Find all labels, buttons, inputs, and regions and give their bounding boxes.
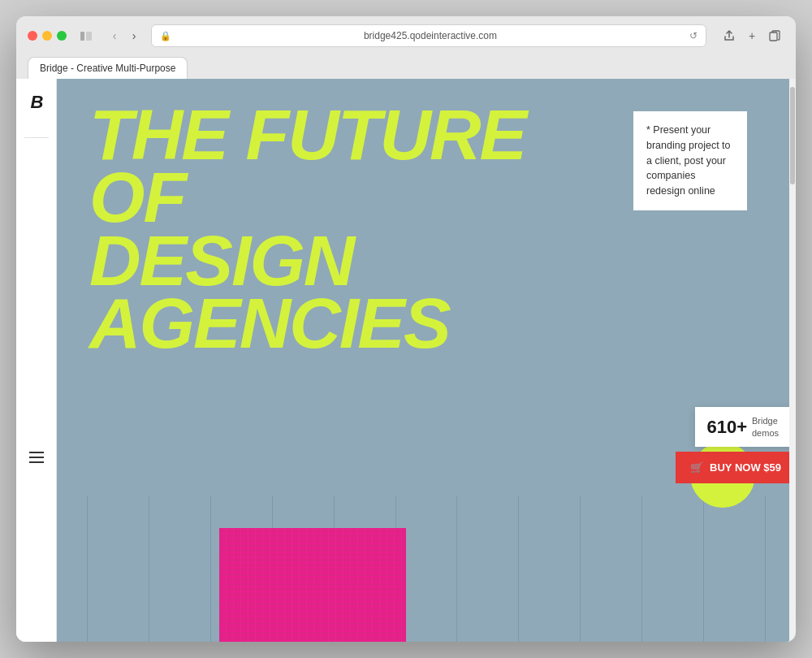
svg-rect-1 bbox=[86, 32, 92, 41]
svg-rect-2 bbox=[770, 32, 777, 41]
browser-nav: ‹ › bbox=[106, 27, 143, 45]
close-button[interactable] bbox=[28, 31, 37, 41]
copy-button[interactable] bbox=[765, 26, 784, 45]
browser-scrollbar[interactable] bbox=[789, 79, 796, 642]
hero-section: THE FUTURE OF DESIGN AGENCIES * Present … bbox=[57, 79, 796, 642]
website-sidebar: B bbox=[16, 79, 57, 642]
active-tab[interactable]: Bridge - Creative Multi-Purpose bbox=[28, 57, 188, 79]
minimize-button[interactable] bbox=[42, 31, 52, 41]
back-button[interactable]: ‹ bbox=[106, 27, 123, 45]
add-tab-button[interactable]: + bbox=[742, 26, 762, 45]
knit-texture bbox=[219, 528, 406, 642]
address-bar[interactable]: 🔒 bridge425.qodeinteractive.com ↺ bbox=[151, 24, 706, 47]
browser-chrome: ‹ › 🔒 bridge425.qodeinteractive.com ↺ + bbox=[16, 16, 796, 79]
brand-logo[interactable]: B bbox=[31, 92, 42, 113]
info-card-text: * Present your branding project to a cli… bbox=[646, 124, 731, 197]
svg-rect-0 bbox=[80, 32, 84, 41]
hamburger-line-1 bbox=[29, 452, 44, 453]
sidebar-divider bbox=[24, 137, 49, 138]
url-text: bridge425.qodeinteractive.com bbox=[176, 30, 685, 41]
info-card: * Present your branding project to a cli… bbox=[633, 111, 747, 210]
traffic-lights bbox=[28, 31, 67, 41]
buy-now-button[interactable]: 🛒 BUY NOW $59 bbox=[676, 452, 796, 483]
reload-button[interactable]: ↺ bbox=[689, 30, 698, 41]
buy-now-label: BUY NOW $59 bbox=[710, 461, 781, 474]
sidebar-toggle-button[interactable] bbox=[75, 28, 97, 44]
headline-line-2: DESIGN AGENCIES bbox=[89, 220, 450, 363]
browser-content: B bbox=[16, 79, 796, 642]
product-image bbox=[219, 528, 406, 642]
hero-headline: THE FUTURE OF DESIGN AGENCIES bbox=[89, 103, 609, 355]
maximize-button[interactable] bbox=[57, 31, 67, 41]
share-button[interactable] bbox=[719, 26, 739, 45]
hamburger-line-2 bbox=[29, 457, 44, 458]
browser-tabs: Bridge - Creative Multi-Purpose bbox=[28, 54, 784, 79]
demos-count: 610+ bbox=[706, 417, 747, 438]
hamburger-line-3 bbox=[29, 461, 44, 463]
browser-actions: + bbox=[719, 26, 784, 45]
hamburger-menu-button[interactable] bbox=[26, 448, 47, 466]
lock-icon: 🔒 bbox=[160, 31, 171, 41]
browser-window: ‹ › 🔒 bridge425.qodeinteractive.com ↺ + bbox=[16, 16, 796, 642]
demos-widget: 610+ Bridge demos bbox=[695, 407, 796, 447]
scrollbar-thumb[interactable] bbox=[790, 87, 795, 184]
demos-label: Bridge demos bbox=[752, 415, 784, 439]
headline-line-1: THE FUTURE OF bbox=[89, 94, 525, 237]
forward-button[interactable]: › bbox=[125, 27, 143, 45]
browser-titlebar: ‹ › 🔒 bridge425.qodeinteractive.com ↺ + bbox=[28, 24, 784, 47]
cart-icon: 🛒 bbox=[690, 461, 703, 474]
